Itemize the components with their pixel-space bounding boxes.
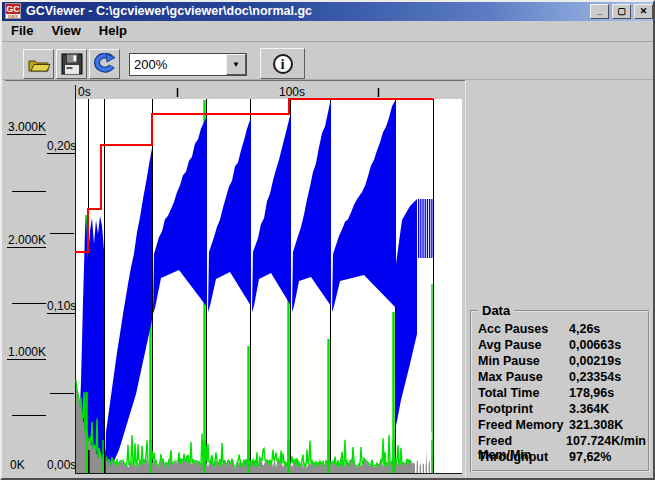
minimize-icon: _ (597, 6, 602, 16)
svg-text:0,20s: 0,20s (47, 139, 76, 153)
data-group-title: Data (478, 303, 514, 318)
pause-axis: 0,20s0,10s0,00s (47, 139, 76, 472)
svg-text:0,10s: 0,10s (47, 299, 76, 313)
summary-panel: Data Acc Pauses4,26sAvg Pause0,00663sMin… (465, 80, 653, 478)
maximize-button[interactable]: ▢ (612, 4, 631, 19)
refresh-button[interactable] (89, 49, 120, 79)
stat-value: 0,00219s (569, 354, 646, 370)
x-axis: 0s100s (78, 85, 379, 99)
title-bar[interactable]: GC stats GCViewer - C:\gcviewer\gcviewer… (2, 2, 653, 21)
svg-text:0,00s: 0,00s (47, 458, 76, 472)
stat-label: Freed Memory (478, 418, 569, 434)
menu-item-help[interactable]: Help (90, 21, 136, 41)
chevron-down-icon: ▼ (232, 60, 240, 69)
close-button[interactable]: ✕ (634, 4, 653, 19)
svg-text:0s: 0s (78, 85, 91, 99)
open-file-button[interactable] (23, 49, 54, 79)
memory-axis: 3.000K2.000K1.000K0K (7, 120, 46, 472)
open-folder-icon (27, 54, 51, 74)
stat-label: Throughput (478, 450, 569, 466)
stat-value: 0,23354s (569, 370, 646, 386)
zoom-combobox[interactable]: 200% ▼ (129, 53, 247, 76)
data-group-box: Data Acc Pauses4,26sAvg Pause0,00663sMin… (470, 310, 650, 472)
data-rows: Acc Pauses4,26sAvg Pause0,00663sMin Paus… (478, 322, 646, 466)
stat-value: 107.724K/min (566, 434, 646, 450)
data-row-max-pause: Max Pause0,23354s (478, 370, 646, 386)
stat-label: Avg Pause (478, 338, 569, 354)
toolbar: 200% ▼ i (2, 43, 653, 80)
info-icon: i (273, 54, 293, 74)
close-icon: ✕ (640, 6, 648, 16)
maximize-icon: ▢ (617, 6, 626, 16)
minimize-button[interactable]: _ (590, 4, 609, 19)
data-row-acc-pauses: Acc Pauses4,26s (478, 322, 646, 338)
window-title: GCViewer - C:\gcviewer\gcviewer\doc\norm… (26, 4, 312, 18)
menu-item-file[interactable]: File (2, 21, 42, 41)
stat-value: 4,26s (569, 322, 646, 338)
data-row-total-time: Total Time178,96s (478, 386, 646, 402)
stat-label: Max Pause (478, 370, 569, 386)
menu-bar: FileViewHelp (2, 21, 653, 42)
stat-label: Total Time (478, 386, 569, 402)
svg-text:100s: 100s (279, 85, 305, 99)
data-row-freed-mem-min: Freed Mem/Min107.724K/min (478, 434, 646, 450)
info-button[interactable]: i (260, 48, 305, 79)
data-row-avg-pause: Avg Pause0,00663s (478, 338, 646, 354)
svg-text:1.000K: 1.000K (8, 345, 46, 359)
data-row-footprint: Footprint3.364K (478, 402, 646, 418)
svg-text:0K: 0K (10, 458, 25, 472)
zoom-dropdown-button[interactable]: ▼ (226, 54, 246, 75)
data-row-throughput: Throughput97,62% (478, 450, 646, 466)
app-icon: GC stats (5, 3, 21, 19)
data-row-freed-memory: Freed Memory321.308K (478, 418, 646, 434)
stat-value: 321.308K (569, 418, 646, 434)
stat-value: 97,62% (569, 450, 646, 466)
stat-label: Footprint (478, 402, 569, 418)
stat-label: Acc Pauses (478, 322, 569, 338)
stat-label: Freed Mem/Min (478, 434, 566, 450)
stat-value: 178,96s (569, 386, 646, 402)
svg-text:2.000K: 2.000K (8, 233, 46, 247)
stat-value: 3.364K (569, 402, 646, 418)
menu-item-view[interactable]: View (42, 21, 89, 41)
app-icon-subtext: stats (6, 14, 20, 18)
svg-text:3.000K: 3.000K (8, 120, 46, 134)
save-button[interactable] (56, 49, 87, 79)
data-row-min-pause: Min Pause0,00219s (478, 354, 646, 370)
refresh-icon (93, 53, 117, 75)
zoom-value[interactable]: 200% (130, 54, 226, 75)
stat-label: Min Pause (478, 354, 569, 370)
floppy-disk-icon (61, 53, 83, 75)
gcviewer-window: GC stats GCViewer - C:\gcviewer\gcviewer… (0, 0, 655, 480)
stat-value: 0,00663s (569, 338, 646, 354)
gc-chart-panel: 0s100s3.000K2.000K1.000K0K0,20s0,10s0,00… (5, 80, 465, 478)
gc-chart-canvas: 0s100s3.000K2.000K1.000K0K0,20s0,10s0,00… (5, 81, 465, 478)
